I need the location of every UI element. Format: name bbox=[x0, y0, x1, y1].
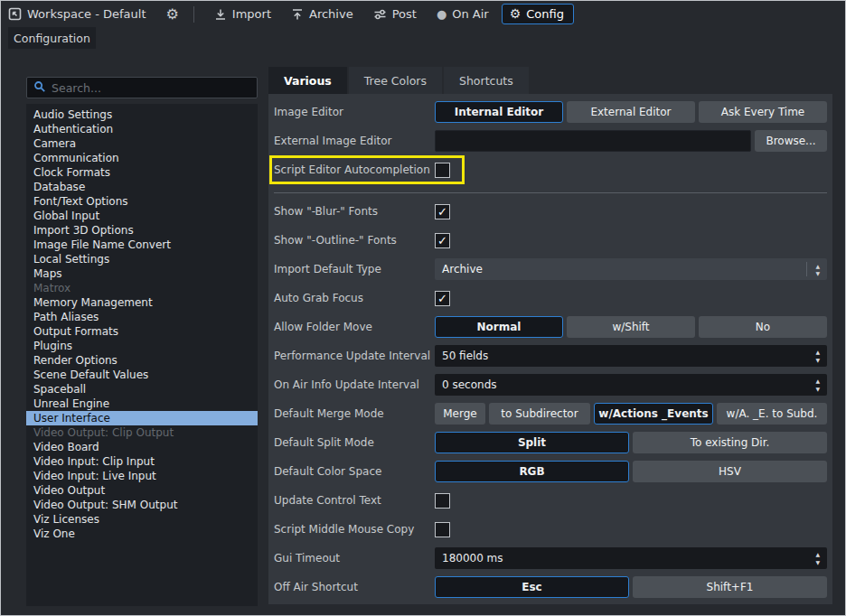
settings-gear-button[interactable]: ⚙ bbox=[166, 7, 179, 22]
merge-mode-actions-events-button[interactable]: w/Actions _Events bbox=[594, 403, 713, 425]
image-editor-internal-button[interactable]: Internal Editor bbox=[435, 101, 563, 123]
on-air-button[interactable]: ● On Air bbox=[437, 7, 489, 21]
allow-folder-move-shift-button[interactable]: w/Shift bbox=[567, 316, 695, 338]
sidebar-item-output-formats[interactable]: Output Formats bbox=[26, 324, 258, 339]
sidebar-item-path-aliases[interactable]: Path Aliases bbox=[26, 310, 258, 324]
gear-icon: ⚙ bbox=[166, 7, 179, 22]
script-middle-mouse-copy-checkbox[interactable] bbox=[435, 522, 450, 537]
image-editor-external-button[interactable]: External Editor bbox=[567, 101, 695, 123]
allow-folder-move-label: Allow Folder Move bbox=[274, 321, 435, 333]
tab-tree-colors[interactable]: Tree Colors bbox=[349, 67, 442, 94]
row-allow-folder-move: Allow Folder Move Normal w/Shift No bbox=[274, 316, 827, 338]
gui-timeout-spinner[interactable]: 180000 ms ▲ ▼ bbox=[435, 547, 827, 569]
import-default-type-dropdown[interactable]: Archive ▲ ▼ bbox=[435, 258, 827, 280]
tab-shortcuts[interactable]: Shortcuts bbox=[444, 67, 529, 94]
allow-folder-move-no-button[interactable]: No bbox=[699, 316, 827, 338]
row-on-air-info-update-interval: On Air Info Update Interval 0 seconds ▲ … bbox=[274, 374, 827, 396]
dropdown-arrows-icon[interactable]: ▲ ▼ bbox=[806, 262, 820, 276]
sidebar-item-audio-settings[interactable]: Audio Settings bbox=[26, 107, 258, 122]
gui-timeout-label: Gui Timeout bbox=[274, 552, 435, 565]
archive-button[interactable]: Archive bbox=[291, 7, 353, 21]
config-section-list: Audio Settings Authentication Camera Com… bbox=[26, 104, 258, 606]
sidebar-item-video-output[interactable]: Video Output bbox=[26, 483, 258, 498]
show-outline-fonts-checkbox[interactable]: ✓ bbox=[435, 233, 450, 248]
config-button[interactable]: ⚙ Config bbox=[502, 4, 574, 24]
sidebar-item-memory-management[interactable]: Memory Management bbox=[26, 295, 258, 310]
sidebar-item-video-board[interactable]: Video Board bbox=[26, 440, 258, 454]
script-autocomplete-checkbox[interactable] bbox=[435, 163, 450, 178]
sidebar-item-global-input[interactable]: Global Input bbox=[26, 209, 258, 223]
spin-up-icon: ▲ bbox=[815, 349, 820, 355]
sidebar-item-image-file-name-convert[interactable]: Image File Name Convert bbox=[26, 238, 258, 252]
performance-update-interval-label: Performance Update Interval bbox=[274, 350, 435, 362]
import-button[interactable]: Import bbox=[214, 7, 271, 21]
sidebar-item-camera[interactable]: Camera bbox=[26, 136, 258, 151]
browse-button[interactable]: Browse... bbox=[755, 130, 827, 152]
color-space-rgb-button[interactable]: RGB bbox=[435, 461, 629, 482]
sidebar-item-authentication[interactable]: Authentication bbox=[26, 122, 258, 136]
sidebar-item-font-text-options[interactable]: Font/Text Options bbox=[26, 194, 258, 209]
sidebar-item-video-output-shm-output[interactable]: Video Output: SHM Output bbox=[26, 498, 258, 512]
external-image-editor-label: External Image Editor bbox=[274, 135, 435, 147]
sidebar-item-local-settings[interactable]: Local Settings bbox=[26, 252, 258, 266]
workspace-label: Workspace - Default bbox=[27, 7, 146, 21]
performance-update-interval-spinner[interactable]: 50 fields ▲ ▼ bbox=[435, 345, 827, 367]
post-button[interactable]: Post bbox=[373, 7, 417, 21]
check-icon: ✓ bbox=[437, 293, 447, 304]
row-gui-timeout: Gui Timeout 180000 ms ▲ ▼ bbox=[274, 547, 827, 569]
sidebar-item-user-interface[interactable]: User Interface bbox=[26, 411, 258, 425]
spin-down-icon: ▼ bbox=[815, 386, 820, 392]
allow-folder-move-normal-button[interactable]: Normal bbox=[435, 316, 563, 338]
sidebar-item-render-options[interactable]: Render Options bbox=[26, 353, 258, 368]
tab-various[interactable]: Various bbox=[268, 67, 347, 94]
spinner-arrows-icon[interactable]: ▲ ▼ bbox=[815, 551, 820, 565]
sidebar-item-spaceball[interactable]: Spaceball bbox=[26, 382, 258, 397]
sidebar-item-clock-formats[interactable]: Clock Formats bbox=[26, 165, 258, 180]
split-mode-split-button[interactable]: Split bbox=[435, 432, 629, 453]
on-air-circle-icon: ● bbox=[437, 8, 446, 20]
split-mode-existing-dir-button[interactable]: To existing Dir. bbox=[633, 432, 827, 453]
merge-mode-to-subdirector-button[interactable]: to Subdirector bbox=[489, 403, 590, 425]
row-default-merge-mode: Default Merge Mode Merge to Subdirector … bbox=[274, 403, 827, 425]
auto-grab-focus-checkbox[interactable]: ✓ bbox=[435, 291, 450, 306]
row-script-editor-autocompletion: Script Editor Autocompletion bbox=[274, 159, 827, 181]
show-blur-fonts-checkbox[interactable]: ✓ bbox=[435, 204, 450, 219]
off-air-shift-f1-button[interactable]: Shift+F1 bbox=[633, 576, 827, 598]
update-control-text-label: Update Control Text bbox=[274, 494, 435, 507]
sidebar-item-plugins[interactable]: Plugins bbox=[26, 339, 258, 353]
merge-mode-ae-to-subd-button[interactable]: w/A. _E. to Subd. bbox=[717, 403, 827, 425]
search-input[interactable] bbox=[52, 81, 250, 95]
sidebar-item-viz-one[interactable]: Viz One bbox=[26, 527, 258, 541]
workspace-icon bbox=[8, 7, 22, 21]
sidebar-item-maps[interactable]: Maps bbox=[26, 266, 258, 281]
script-autocomplete-label: Script Editor Autocompletion bbox=[274, 163, 435, 176]
sidebar-item-video-input-live-input[interactable]: Video Input: Live Input bbox=[26, 469, 258, 483]
spinner-arrows-icon[interactable]: ▲ ▼ bbox=[815, 378, 820, 392]
external-image-editor-input[interactable] bbox=[435, 130, 751, 152]
search-icon bbox=[33, 79, 46, 97]
row-default-color-space: Default Color Space RGB HSV bbox=[274, 461, 827, 482]
config-gear-icon: ⚙ bbox=[510, 7, 522, 20]
sidebar-item-matrox: Matrox bbox=[26, 281, 258, 295]
workspace-menu[interactable]: Workspace - Default bbox=[8, 7, 146, 21]
sidebar-item-unreal-engine[interactable]: Unreal Engine bbox=[26, 397, 258, 411]
top-toolbar: Workspace - Default ⚙ Import Archive bbox=[1, 1, 845, 27]
tab-configuration[interactable]: Configuration bbox=[8, 27, 96, 49]
color-space-hsv-button[interactable]: HSV bbox=[633, 461, 827, 482]
sidebar-item-import-3d-options[interactable]: Import 3D Options bbox=[26, 223, 258, 238]
image-editor-ask-button[interactable]: Ask Every Time bbox=[699, 101, 827, 123]
sidebar-item-database[interactable]: Database bbox=[26, 180, 258, 194]
merge-mode-merge-button[interactable]: Merge bbox=[435, 403, 485, 425]
sidebar-item-viz-licenses[interactable]: Viz Licenses bbox=[26, 512, 258, 527]
spin-up-icon: ▲ bbox=[815, 551, 820, 557]
sidebar-item-video-input-clip-input[interactable]: Video Input: Clip Input bbox=[26, 454, 258, 469]
sidebar-item-communication[interactable]: Communication bbox=[26, 151, 258, 165]
spin-up-icon: ▲ bbox=[815, 263, 820, 269]
sidebar-item-scene-default-values[interactable]: Scene Default Values bbox=[26, 368, 258, 382]
spinner-arrows-icon[interactable]: ▲ ▼ bbox=[815, 349, 820, 363]
on-air-info-update-interval-spinner[interactable]: 0 seconds ▲ ▼ bbox=[435, 374, 827, 396]
config-label: Config bbox=[526, 7, 564, 21]
update-control-text-checkbox[interactable] bbox=[435, 493, 450, 509]
off-air-esc-button[interactable]: Esc bbox=[435, 576, 629, 598]
archive-icon bbox=[291, 8, 304, 21]
